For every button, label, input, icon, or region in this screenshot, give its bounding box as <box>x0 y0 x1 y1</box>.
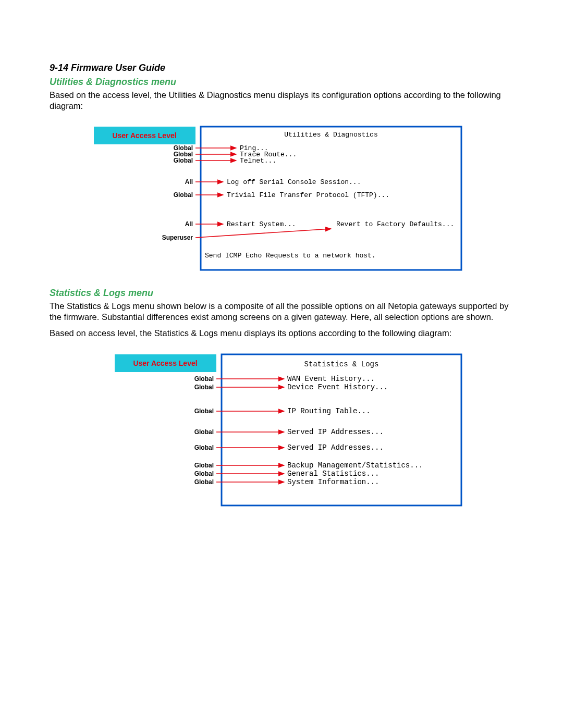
menu-item-sysinfo: System Information... <box>287 478 379 486</box>
access-global: Global <box>194 428 214 436</box>
menu-item-restart: Restart System... <box>227 220 296 228</box>
user-access-label: User Access Level <box>133 359 197 367</box>
menu-item-ip-routing: IP Routing Table... <box>287 407 371 415</box>
menu-item-revert: Revert to Factory Defaults... <box>336 220 454 228</box>
diagram2-svg: Statistics & Logs User Access Level Glob… <box>112 352 467 508</box>
section2-intro: The Statistics & Logs menu shown below i… <box>50 301 513 323</box>
access-global: Global <box>174 191 193 199</box>
footer-hint: Send ICMP Echo Requests to a network hos… <box>205 252 376 260</box>
menu-item-general-stats: General Statistics... <box>287 470 379 478</box>
section2-intro2: Based on access level, the Statistics & … <box>50 328 513 339</box>
access-global: Global <box>194 444 214 451</box>
menu-item-served-ip-2: Served IP Addresses... <box>287 443 384 452</box>
access-global: Global <box>194 384 214 391</box>
access-global: Global <box>194 375 214 382</box>
access-all: All <box>185 220 193 228</box>
access-superuser: Superuser <box>162 234 193 241</box>
page-header: 9-14 Firmware User Guide <box>50 63 513 73</box>
diagram-utilities: Utilities & Diagnostics User Access Leve… <box>91 124 513 275</box>
menu-item-telnet: Telnet... <box>240 157 276 165</box>
menu-item-logoff: Log off Serial Console Session... <box>227 178 361 186</box>
menu-item-wan-history: WAN Event History... <box>287 375 375 383</box>
page: 9-14 Firmware User Guide Utilities & Dia… <box>0 0 563 728</box>
menu-item-tftp: Trivial File Transfer Protocol (TFTP)... <box>227 191 389 199</box>
menu-item-device-history: Device Event History... <box>287 383 388 391</box>
access-global: Global <box>194 470 214 477</box>
diagram-statistics: Statistics & Logs User Access Level Glob… <box>112 352 513 508</box>
screen-title: Utilities & Diagnostics <box>284 131 377 139</box>
access-global: Global <box>194 478 214 486</box>
screen-title: Statistics & Logs <box>304 360 379 368</box>
arrow-icon <box>195 229 331 238</box>
section1-intro: Based on the access level, the Utilities… <box>50 90 513 112</box>
user-access-label: User Access Level <box>112 131 176 140</box>
diagram1-svg: Utilities & Diagnostics User Access Leve… <box>91 124 467 275</box>
section-title-utilities: Utilities & Diagnostics menu <box>50 77 513 88</box>
menu-item-backup: Backup Management/Statistics... <box>287 461 423 470</box>
access-global: Global <box>174 157 193 164</box>
access-global: Global <box>194 408 214 415</box>
section-title-statistics: Statistics & Logs menu <box>50 288 513 299</box>
access-all: All <box>185 178 193 186</box>
menu-item-served-ip-1: Served IP Addresses... <box>287 428 384 436</box>
access-global: Global <box>194 462 214 469</box>
